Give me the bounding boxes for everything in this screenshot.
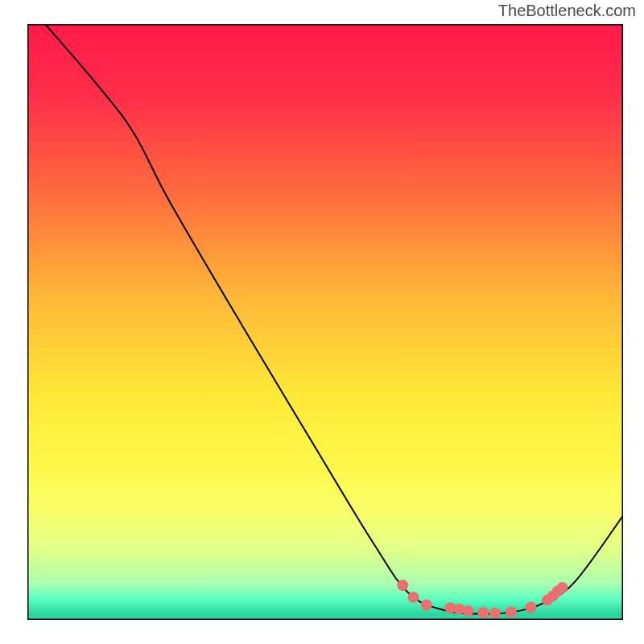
plot-svg: [27, 24, 623, 620]
data-marker: [421, 600, 432, 611]
data-marker: [506, 606, 517, 617]
plot-area: [27, 24, 623, 620]
data-marker: [489, 608, 501, 619]
data-marker: [557, 582, 568, 593]
data-marker: [408, 592, 419, 603]
data-marker: [397, 580, 408, 591]
plot-background: [27, 24, 623, 620]
data-marker: [477, 607, 489, 618]
data-marker: [463, 605, 474, 617]
data-marker: [525, 601, 536, 613]
attribution-text: TheBottleneck.com: [498, 2, 636, 20]
